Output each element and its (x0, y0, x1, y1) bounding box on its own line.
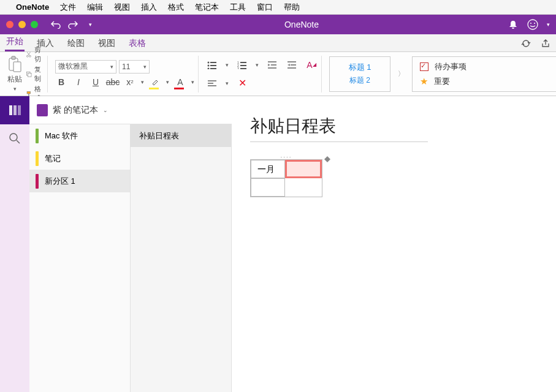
underline-button[interactable]: U (89, 76, 102, 88)
redo-button[interactable] (67, 19, 78, 30)
app-name[interactable]: OneNote (16, 2, 49, 12)
svg-rect-25 (271, 64, 276, 66)
svg-rect-35 (18, 105, 21, 115)
copy-button[interactable]: 复制 (26, 65, 44, 83)
svg-point-2 (534, 23, 535, 24)
svg-rect-21 (240, 65, 246, 66)
strikethrough-button[interactable]: abc (107, 76, 119, 88)
cut-button[interactable]: 剪切 (26, 45, 44, 64)
page-canvas[interactable]: 补贴日程表 一月 (232, 96, 556, 392)
bold-button[interactable]: B (55, 76, 67, 88)
menu-insert[interactable]: 插入 (141, 2, 157, 13)
svg-rect-19 (240, 62, 246, 63)
delete-button[interactable]: ✕ (236, 77, 248, 89)
notebook-name: 紫 的笔记本 (53, 105, 98, 116)
menu-window[interactable]: 窗口 (257, 2, 273, 13)
clear-format-button[interactable]: A◢ (305, 59, 318, 71)
table-cell-0-0[interactable]: 一月 (251, 160, 285, 178)
section-color-icon (36, 174, 39, 189)
page-item-0[interactable]: 补贴日程表 (131, 124, 231, 147)
bullet-list-button[interactable] (206, 59, 218, 71)
menu-edit[interactable]: 编辑 (87, 2, 103, 13)
tab-draw[interactable]: 绘图 (66, 36, 86, 51)
window-maximize-button[interactable] (31, 21, 38, 28)
cut-label: 剪切 (34, 45, 44, 64)
svg-rect-27 (288, 61, 296, 62)
highlight-dropdown[interactable]: ▾ (166, 79, 169, 85)
qat-dropdown[interactable]: ▾ (85, 19, 96, 30)
tag-important[interactable]: ★ 重要 (420, 76, 551, 87)
account-dropdown[interactable]: ▾ (547, 21, 550, 28)
section-item-0[interactable]: Mac 软件 (29, 124, 130, 147)
svg-rect-17 (210, 68, 216, 69)
align-button[interactable] (206, 77, 218, 89)
paste-dropdown-icon[interactable]: ▾ (13, 86, 17, 92)
notebook-selector[interactable]: 紫 的笔记本 ⌄ (29, 96, 232, 124)
menu-file[interactable]: 文件 (60, 2, 76, 13)
styles-gallery[interactable]: 标题 1 标题 2 (329, 56, 390, 92)
menu-tools[interactable]: 工具 (230, 2, 246, 13)
search-icon[interactable] (0, 124, 29, 153)
svg-rect-24 (268, 61, 276, 62)
menu-help[interactable]: 帮助 (284, 2, 300, 13)
highlight-button[interactable] (149, 76, 161, 88)
tag-todo[interactable]: 待办事项 (420, 61, 551, 72)
page-label: 补贴日程表 (139, 130, 179, 141)
italic-button[interactable]: I (72, 76, 85, 88)
outdent-button[interactable] (266, 59, 278, 71)
column-resize-handle[interactable] (324, 156, 330, 162)
style-heading1[interactable]: 标题 1 (349, 62, 371, 73)
svg-rect-15 (210, 65, 216, 66)
number-dropdown[interactable]: ▾ (256, 62, 259, 68)
paste-button[interactable]: 粘贴 ▾ (7, 56, 22, 92)
section-item-1[interactable]: 笔记 (29, 147, 130, 170)
account-icon[interactable] (527, 19, 538, 30)
svg-rect-29 (288, 67, 296, 69)
svg-rect-28 (291, 64, 296, 66)
tags-gallery[interactable]: 待办事项 ★ 重要 (412, 56, 556, 92)
ribbon: 粘贴 ▾ 剪切 复制 格式 微软雅黑 ▾ 11 (0, 52, 556, 96)
window-close-button[interactable] (6, 21, 13, 28)
script-dropdown[interactable]: ▾ (141, 79, 144, 85)
svg-rect-31 (208, 83, 213, 84)
page-title[interactable]: 补贴日程表 (250, 115, 428, 142)
svg-rect-34 (13, 105, 17, 115)
menu-format[interactable]: 格式 (168, 2, 184, 13)
align-dropdown[interactable]: ▾ (226, 80, 229, 86)
svg-rect-23 (240, 68, 246, 69)
undo-button[interactable] (50, 19, 61, 30)
menu-view[interactable]: 视图 (114, 2, 130, 13)
window-minimize-button[interactable] (18, 21, 26, 28)
indent-button[interactable] (286, 59, 298, 71)
bullet-dropdown[interactable]: ▾ (226, 62, 229, 68)
tab-home[interactable]: 开始 (5, 34, 25, 51)
table-cell-0-1[interactable] (285, 160, 322, 178)
font-size-value: 11 (122, 62, 130, 71)
notebook-icon (37, 104, 48, 116)
font-family-select[interactable]: 微软雅黑 ▾ (55, 60, 116, 74)
section-label: 笔记 (45, 153, 61, 164)
section-item-2[interactable]: 新分区 1 (29, 170, 130, 192)
tab-view[interactable]: 视图 (97, 36, 116, 51)
window-controls (6, 21, 38, 28)
left-rail (0, 96, 29, 392)
subscript-button[interactable]: x2 (124, 76, 136, 88)
styles-expand[interactable]: 〉 (398, 69, 405, 78)
style-heading2[interactable]: 标题 2 (349, 75, 370, 86)
svg-rect-10 (27, 91, 31, 93)
tag-todo-label: 待办事项 (435, 61, 467, 72)
notifications-icon[interactable] (508, 19, 519, 30)
number-list-button[interactable]: 123 (236, 59, 248, 71)
sync-button[interactable] (520, 38, 531, 49)
share-button[interactable] (540, 38, 551, 49)
section-list: Mac 软件 笔记 新分区 1 (29, 124, 131, 392)
font-size-select[interactable]: 11 ▾ (119, 60, 150, 74)
font-color-dropdown[interactable]: ▾ (191, 79, 194, 85)
content-table[interactable]: 一月 (250, 159, 322, 197)
font-color-button[interactable]: A (174, 76, 186, 88)
menu-notebook[interactable]: 笔记本 (195, 2, 219, 13)
notebooks-icon[interactable] (0, 96, 29, 124)
table-cell-1-0[interactable] (251, 178, 285, 197)
svg-rect-4 (12, 56, 15, 59)
tab-table[interactable]: 表格 (128, 36, 147, 51)
